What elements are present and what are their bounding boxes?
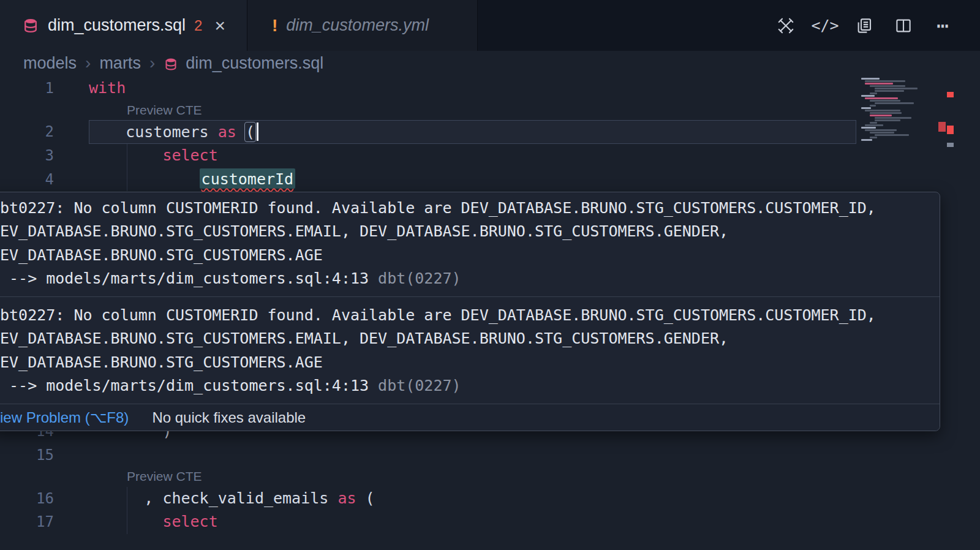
minimap-line [870, 105, 876, 107]
code-lens[interactable]: Preview CTE [0, 100, 980, 121]
line-number: 15 [0, 443, 54, 467]
line-number: 3 [0, 144, 54, 168]
error-location-line: --> models/marts/dim_customers.sql:4:13 … [0, 374, 927, 397]
code-editor[interactable]: 1withPreview CTE2customers as (3select4c… [0, 75, 980, 550]
more-actions-icon[interactable]: ⋯ [932, 15, 953, 36]
minimap-line [870, 122, 877, 124]
minimap-line [870, 137, 877, 138]
code-line[interactable]: 15 [0, 443, 980, 467]
dbt-cross-icon[interactable] [775, 15, 796, 36]
view-problem-link[interactable]: iew Problem (⌥F8) [0, 409, 129, 426]
tab-label: dim_customers.sql [48, 16, 186, 35]
minimap-line [870, 92, 877, 94]
error-text-line: bt0227: No column CUSTOMERID found. Avai… [0, 197, 927, 220]
minimap-line [870, 85, 905, 87]
editor-actions: </>⋯ [775, 0, 980, 51]
database-icon [164, 57, 178, 72]
minimap-line [875, 88, 918, 89]
tab-problem-badge: 2 [194, 17, 202, 34]
minimap-line [870, 115, 892, 116]
indent-guide [127, 487, 127, 534]
minimap-line [865, 129, 897, 131]
error-text-line: EV_DATABASE.BRUNO.STG_CUSTOMERS.EMAIL, D… [0, 220, 927, 243]
minimap-line [861, 107, 871, 109]
line-number: 2 [0, 120, 54, 144]
error-indicator-icon: ! [272, 16, 277, 36]
error-text-line: EV_DATABASE.BRUNO.STG_CUSTOMERS.EMAIL, D… [0, 327, 927, 350]
code-line-text: , check_valid_emails as ( [89, 487, 980, 511]
minimap-line [870, 112, 902, 114]
code-line[interactable]: 1with [0, 77, 980, 100]
minimap-line [865, 110, 900, 111]
editor-tab-bar: dim_customers.sql 2 × ! dim_customers.ym… [0, 0, 980, 51]
tab-dim-customers-sql[interactable]: dim_customers.sql 2 × [0, 0, 247, 51]
vscode-window: dim_customers.sql 2 × ! dim_customers.ym… [0, 0, 980, 550]
database-icon [22, 17, 39, 34]
minimap-line [870, 100, 900, 102]
minimap-line [865, 97, 898, 99]
code-lens-label[interactable]: Preview CTE [89, 100, 980, 121]
code-line[interactable]: 16, check_valid_emails as ( [0, 487, 980, 511]
breadcrumb-models[interactable]: models [23, 54, 77, 73]
error-message: bt0227: No column CUSTOMERID found. Avai… [0, 192, 940, 296]
minimap-line [865, 124, 883, 126]
breadcrumb: models › marts › dim_customers.sql [0, 51, 980, 75]
error-text-line: EV_DATABASE.BRUNO.STG_CUSTOMERS.AGE [0, 244, 927, 267]
code-icon[interactable]: </> [815, 15, 835, 36]
hover-status-bar: iew Problem (⌥F8) No quick fixes availab… [0, 404, 940, 431]
minimap-line [861, 95, 875, 97]
cursor-mark [947, 143, 954, 147]
code-line-text: select [89, 510, 980, 534]
minimap[interactable] [860, 77, 946, 144]
line-number: 4 [0, 168, 54, 192]
code-line-text: select [89, 144, 980, 168]
tab-dim-customers-yml[interactable]: ! dim_customers.yml [247, 0, 478, 51]
error-message: bt0227: No column CUSTOMERID found. Avai… [0, 296, 940, 404]
code-line[interactable]: 3select [0, 144, 980, 168]
code-line[interactable]: 17select [0, 510, 980, 534]
error-file-location[interactable]: --> models/marts/dim_customers.sql:4:13 [0, 377, 378, 394]
error-mark [947, 126, 954, 134]
code-line-text: with [89, 77, 980, 100]
tab-label: dim_customers.yml [286, 16, 429, 35]
error-code: dbt(0227) [378, 377, 461, 394]
code-line[interactable]: 2customers as ( [0, 120, 980, 144]
no-quick-fixes-label: No quick fixes available [152, 409, 306, 426]
error-mark [947, 92, 954, 97]
overview-ruler [947, 75, 954, 550]
error-hover-popup: bt0227: No column CUSTOMERID found. Avai… [0, 192, 940, 431]
minimap-line [861, 139, 872, 141]
minimap-line [865, 80, 905, 82]
code-lens[interactable]: Preview CTE [0, 467, 980, 487]
indent-guide [127, 144, 127, 191]
code-line-text: customerId [89, 168, 980, 192]
error-code: dbt(0227) [378, 269, 461, 287]
minimap-line [875, 134, 909, 136]
chevron-right-icon: › [148, 55, 156, 72]
breadcrumb-marts[interactable]: marts [99, 54, 141, 73]
minimap-line [861, 78, 880, 80]
text-cursor [257, 122, 258, 141]
minimap-line [870, 132, 894, 134]
error-text-line: EV_DATABASE.BRUNO.STG_CUSTOMERS.AGE [0, 351, 927, 374]
minimap-line [875, 117, 911, 119]
chevron-right-icon: › [84, 55, 92, 72]
minimap-error-marker [938, 122, 946, 132]
code-line-text: customers as ( [89, 120, 980, 144]
minimap-line [875, 102, 914, 104]
split-editor-icon[interactable] [893, 15, 914, 36]
minimap-line [865, 83, 893, 85]
close-tab-icon[interactable]: × [214, 17, 225, 35]
breadcrumb-file[interactable]: dim_customers.sql [186, 54, 323, 73]
error-token[interactable]: customerId [200, 168, 296, 189]
error-file-location[interactable]: --> models/marts/dim_customers.sql:4:13 [0, 269, 378, 287]
line-number: 16 [0, 487, 54, 511]
minimap-line [861, 127, 876, 129]
code-line[interactable]: 4customerId [0, 168, 980, 192]
error-text-line: bt0227: No column CUSTOMERID found. Avai… [0, 304, 927, 327]
error-location-line: --> models/marts/dim_customers.sql:4:13 … [0, 267, 927, 290]
code-lens-label[interactable]: Preview CTE [89, 467, 980, 487]
minimap-line [875, 119, 900, 121]
line-number: 1 [0, 77, 54, 100]
copy-icon[interactable] [854, 15, 875, 36]
